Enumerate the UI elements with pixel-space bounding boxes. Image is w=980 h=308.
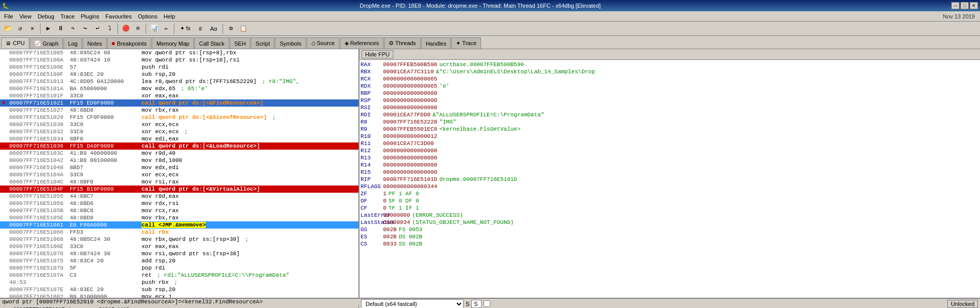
reg-value[interactable]: 00001CEA77C3110 <box>383 68 434 75</box>
toolbar-remove-all-bp[interactable]: ⊘ <box>132 23 144 34</box>
minimize-button[interactable]: ─ <box>951 2 959 9</box>
reg-value[interactable]: 0000000000000065 <box>383 83 437 90</box>
toolbar-settings[interactable]: ⚙ <box>225 23 236 34</box>
toolbar-run[interactable]: ▶ <box>43 23 54 34</box>
disasm-row[interactable]: 00007FF716E5106E33C0xor eax,eax <box>0 243 358 250</box>
disasm-row[interactable]: 00007FF716E5100548:895C24 08mov qword pt… <box>0 49 358 56</box>
reg-value[interactable]: 0 <box>383 197 387 204</box>
toolbar-step-out[interactable]: ↩ <box>92 23 103 34</box>
disasm-row[interactable]: 00007FF716E5100F48:83EC 20sub rsp,20 <box>0 71 358 78</box>
maximize-button[interactable]: □ <box>961 2 969 9</box>
disasm-row[interactable]: 00007FF716E51082B9 01000000mov ecx,1 <box>0 293 358 298</box>
disasm-row[interactable]: 00007FF716E51061E8 F00A0000call <JMP.&me… <box>0 221 358 229</box>
tab-source[interactable]: ◇ Source <box>307 37 339 49</box>
tab-graph[interactable]: 📈 Graph <box>30 37 63 49</box>
reg-value[interactable]: 00007FF716E5101D <box>383 176 437 183</box>
disasm-row[interactable]: 00007FF716E51036FF15 DA0F0000call qword … <box>0 142 358 150</box>
menu-debug[interactable]: Debug <box>34 12 57 20</box>
toolbar-log-btn[interactable]: 📋 <box>237 23 249 34</box>
disasm-row[interactable]: 00007FF716E510134C:8D05 0A120000lea r8,q… <box>0 78 358 85</box>
unlocked-status[interactable]: Unlocked <box>947 300 978 308</box>
tab-memmap[interactable]: Memory Map <box>152 37 194 49</box>
reg-value[interactable]: 0000000000000000 <box>383 161 437 169</box>
disasm-row[interactable]: 00007FF716E5107048:8B7424 38mov rsi,qwor… <box>0 250 358 257</box>
reg-value[interactable]: 0000000000000000 <box>383 147 437 154</box>
toolbar-open[interactable]: 📂 <box>2 23 13 34</box>
disasm-row[interactable]: 00007FF716E5105544:8BC7mov r8d,eax <box>0 193 358 200</box>
disasm-row[interactable]: 00007FF716E5103033C9xor ecx,ecx <box>0 121 358 128</box>
reg-value[interactable]: 002B <box>383 233 396 240</box>
disasm-row[interactable]: 00007FF716E510488BD7mov edx,edi <box>0 164 358 171</box>
disasm-row[interactable]: 00007FF716E5105E48:8BD8mov rbx,rax <box>0 214 358 221</box>
toolbar-mem-layout[interactable]: 📊 <box>148 23 159 34</box>
toolbar-aa[interactable]: Aα <box>207 23 221 34</box>
close-button[interactable]: ✕ <box>970 2 978 9</box>
disasm-row[interactable]: 00007FF716E5107AC3ret ; rdi:"ALLUSERSPRO… <box>0 272 358 279</box>
reg-value[interactable]: 00007FFEB5501EC0 <box>383 126 437 133</box>
menu-trace[interactable]: Trace <box>57 12 78 20</box>
toolbar-pause[interactable]: ⏸ <box>55 23 66 34</box>
disasm-row[interactable]: 00007FF716E5105B48:8BC8mov rcx,rax <box>0 207 358 214</box>
disasm-row[interactable]: 00007FF716E5103C41:B9 40000000mov r9d,40 <box>0 150 358 157</box>
toolbar-step-into[interactable]: ↷ <box>67 23 78 34</box>
disasm-row[interactable]: 00007FF716E5104241:B8 00100000mov r8d,10… <box>0 157 358 164</box>
menu-options[interactable]: Options <box>135 12 161 20</box>
reg-value[interactable]: 0000000000000000 <box>383 154 437 161</box>
reg-value[interactable]: 002B <box>383 226 396 233</box>
tab-seh[interactable]: SEH <box>230 37 251 49</box>
tab-notes[interactable]: Notes <box>83 37 107 49</box>
menu-help[interactable]: Help <box>161 12 178 20</box>
disasm-row[interactable]: 00007FF716E510795Fpop rdi <box>0 264 358 272</box>
disasm-row[interactable]: 00007FF716E5101F33C0xor eax,eax <box>0 92 358 99</box>
disasm-row[interactable]: ►00007FF716E51021FF15 ED0F0000call qword… <box>0 99 358 107</box>
reg-value[interactable]: 0000000000000000 <box>383 169 437 176</box>
disasm-row[interactable]: 00007FF716E510348BF8mov edi,eax <box>0 135 358 142</box>
toolbar-run-to-call[interactable]: ⤵ <box>104 23 115 34</box>
tab-breakpoints[interactable]: Breakpoints <box>107 37 151 49</box>
s-input[interactable] <box>471 300 482 308</box>
toolbar-toggle-bp[interactable]: 🔴 <box>120 23 131 34</box>
disasm-row[interactable]: 00007FF716E5100E57push rdi <box>0 64 358 71</box>
reg-value[interactable]: 0000000000000000 <box>383 90 437 97</box>
disasm-row[interactable]: 00007FF716E5106848:8B5C24 30mov rbx,qwor… <box>0 236 358 243</box>
tab-handles[interactable]: Handles <box>421 37 451 49</box>
toolbar-fx[interactable]: ✦ fx <box>176 23 194 34</box>
reg-value[interactable]: 0000000000000000 <box>383 104 437 111</box>
menu-plugins[interactable]: Plugins <box>78 12 103 20</box>
disasm-row[interactable]: 00007FF716E5100A48:897424 10mov qword pt… <box>0 56 358 64</box>
menu-view[interactable]: View <box>16 12 35 20</box>
lock-checkbox[interactable] <box>484 300 490 307</box>
tab-references[interactable]: ◈ References <box>340 37 384 49</box>
reg-value[interactable]: 0000000000000012 <box>383 133 437 140</box>
reg-value[interactable]: 00000000 <box>383 212 410 219</box>
toolbar-close[interactable]: ✕ <box>27 23 38 34</box>
tab-callstack[interactable]: Call Stack <box>194 37 229 49</box>
calling-convention-select[interactable]: Default (x64 fastcall) <box>361 299 464 309</box>
disasm-content[interactable]: 00007FF716E5100548:895C24 08mov qword pt… <box>0 49 358 298</box>
toolbar-patch[interactable]: ✏ <box>161 23 172 34</box>
toolbar-restart[interactable]: ↺ <box>14 23 26 34</box>
hide-fpu-button[interactable]: Hide FPU <box>362 50 393 58</box>
tab-threads[interactable]: ⚙ Threads <box>384 37 421 49</box>
disasm-row[interactable]: 00007FF716E5105848:8BD6mov rdx,rsi <box>0 200 358 207</box>
tab-symbols[interactable]: Symbols <box>275 37 306 49</box>
menu-favourites[interactable]: Favourites <box>103 12 135 20</box>
reg-value[interactable]: 00001CEA77C3D00 <box>383 140 434 147</box>
reg-value[interactable]: 00007FF716E52220 <box>383 118 437 126</box>
reg-value[interactable]: 1 <box>383 190 387 197</box>
disasm-row[interactable]: 00007FF716E5101ABA 65000000mov edx,65 ; … <box>0 85 358 92</box>
reg-value[interactable]: 0 <box>383 204 387 212</box>
toolbar-hash[interactable]: # <box>195 23 206 34</box>
reg-value[interactable]: 0000000000000344 <box>383 183 437 190</box>
disasm-row[interactable]: 00007FF716E51066FFD3call rbx <box>0 229 358 236</box>
menu-file[interactable]: File <box>1 12 16 20</box>
disasm-row[interactable]: 00007FF716E5102748:8BD8mov rbx,rax <box>0 107 358 114</box>
tab-trace[interactable]: ✦ Trace <box>451 37 481 49</box>
disasm-row[interactable]: 00007FF716E5107E48:83EC 20sub rsp,20 <box>0 286 358 293</box>
disasm-row[interactable]: 00007FF716E5104A33C9xor ecx,ecx <box>0 171 358 178</box>
reg-value[interactable]: C0000034 <box>383 219 410 226</box>
tab-script[interactable]: Script <box>251 37 274 49</box>
disasm-row[interactable]: 00007FF716E51029FF15 CF0F0000call qword … <box>0 114 358 121</box>
reg-value[interactable]: 00001CEA77FDD0 <box>383 111 430 118</box>
disasm-row[interactable]: 00007FF716E5104FFF15 B10F0000call qword … <box>0 186 358 193</box>
